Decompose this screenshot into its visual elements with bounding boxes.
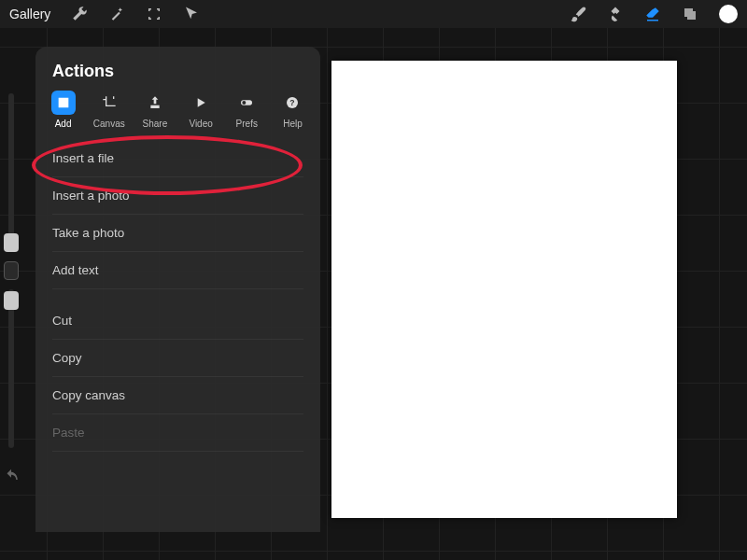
crop-icon <box>97 91 121 115</box>
actions-title: Actions <box>35 47 320 89</box>
tab-help-label: Help <box>283 119 303 129</box>
tab-prefs[interactable]: Prefs <box>227 89 267 131</box>
svg-point-1 <box>243 101 247 105</box>
tab-prefs-label: Prefs <box>236 119 258 129</box>
action-add-text[interactable]: Add text <box>52 252 303 289</box>
tab-help[interactable]: ? Help <box>273 89 313 131</box>
cursor-icon[interactable] <box>183 6 200 22</box>
play-icon <box>189 91 213 115</box>
actions-popover: Actions Add Canvas Share Video Prefs ? H… <box>35 47 320 532</box>
undo-icon[interactable] <box>3 469 20 485</box>
tab-video[interactable]: Video <box>181 89 221 131</box>
action-insert-file[interactable]: Insert a file <box>52 140 303 177</box>
brush-opacity-thumb[interactable] <box>4 291 19 310</box>
actions-list: Insert a file Insert a photo Take a phot… <box>35 140 320 452</box>
toggle-icon <box>234 91 259 115</box>
canvas[interactable] <box>331 61 677 518</box>
actions-tabs: Add Canvas Share Video Prefs ? Help <box>35 89 320 140</box>
action-insert-photo[interactable]: Insert a photo <box>52 177 303 215</box>
left-sidebar <box>3 93 20 485</box>
help-icon: ? <box>280 91 304 115</box>
top-toolbar-right <box>570 5 738 23</box>
layers-icon[interactable] <box>682 6 698 22</box>
action-take-photo[interactable]: Take a photo <box>52 215 303 252</box>
top-toolbar-left: Gallery <box>9 6 200 22</box>
svg-text:?: ? <box>290 98 295 107</box>
brush-size-slider[interactable] <box>8 93 14 252</box>
action-copy[interactable]: Copy <box>52 340 303 377</box>
selection-icon[interactable] <box>146 6 162 22</box>
action-paste: Paste <box>52 414 303 452</box>
gallery-button[interactable]: Gallery <box>9 7 50 21</box>
magic-wand-icon[interactable] <box>108 6 125 22</box>
eraser-icon[interactable] <box>644 6 661 22</box>
tab-add-label: Add <box>55 119 72 129</box>
brush-icon[interactable] <box>570 6 586 22</box>
action-copy-canvas[interactable]: Copy canvas <box>52 377 303 414</box>
brush-opacity-slider[interactable] <box>8 289 14 448</box>
top-toolbar: Gallery <box>0 0 747 28</box>
tab-share-label: Share <box>143 119 168 129</box>
tab-share[interactable]: Share <box>134 89 175 131</box>
modifier-button[interactable] <box>4 261 19 280</box>
wrench-icon[interactable] <box>71 6 88 22</box>
tab-canvas-label: Canvas <box>93 119 125 129</box>
tab-canvas[interactable]: Canvas <box>89 89 129 131</box>
plus-icon <box>51 91 76 115</box>
brush-size-thumb[interactable] <box>4 233 19 252</box>
smudge-icon[interactable] <box>607 6 624 22</box>
color-picker-button[interactable] <box>719 5 738 23</box>
tab-add[interactable]: Add <box>43 89 83 131</box>
share-icon <box>143 91 167 115</box>
action-cut[interactable]: Cut <box>52 302 303 340</box>
tab-video-label: Video <box>189 119 212 129</box>
